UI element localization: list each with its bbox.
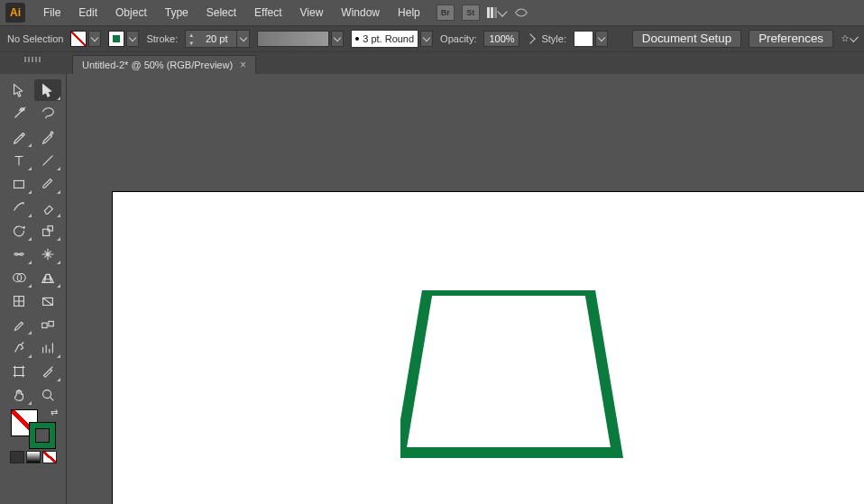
svg-rect-9 (48, 321, 52, 325)
fill-swatch-icon (70, 31, 87, 47)
stroke-swatch-icon (108, 31, 124, 47)
rectangle-tool[interactable] (5, 173, 32, 195)
stroke-weight-label: Stroke: (146, 33, 178, 44)
svg-rect-2 (42, 229, 49, 235)
arrange-documents-button[interactable] (487, 7, 506, 18)
color-mode-row (10, 451, 57, 463)
stroke-dropdown[interactable] (126, 31, 139, 47)
menu-object[interactable]: Object (106, 0, 156, 25)
menu-file[interactable]: File (34, 0, 69, 25)
shape-builder-tool[interactable] (5, 267, 32, 289)
stroke-weight-stepper[interactable]: ▲▼ (185, 30, 250, 48)
document-tab-title: Untitled-2* @ 50% (RGB/Preview) (82, 60, 233, 70)
document-setup-button[interactable]: Document Setup (632, 30, 741, 48)
eraser-tool[interactable] (34, 197, 61, 218)
curvature-tool[interactable] (34, 126, 61, 148)
opacity-field[interactable] (483, 31, 519, 47)
opacity-input[interactable] (483, 31, 519, 47)
blend-tool[interactable] (34, 314, 61, 335)
stroke-indicator-icon[interactable] (29, 422, 56, 449)
paintbrush-tool[interactable] (34, 173, 61, 195)
shaper-tool[interactable] (5, 197, 32, 218)
column-graph-tool[interactable] (34, 337, 61, 359)
svg-point-0 (51, 132, 53, 134)
brush-definition-field: 3 pt. Round (351, 30, 418, 48)
menu-window[interactable]: Window (332, 0, 389, 25)
fill-dropdown[interactable] (88, 31, 101, 47)
free-transform-tool[interactable] (34, 243, 61, 265)
perspective-grid-tool[interactable] (34, 267, 61, 289)
svg-rect-8 (41, 323, 46, 327)
scale-tool[interactable] (34, 220, 61, 242)
menu-view[interactable]: View (291, 0, 333, 25)
symbol-sprayer-tool[interactable] (5, 337, 32, 359)
slice-tool[interactable] (34, 361, 61, 382)
fill-swatch-group[interactable] (70, 31, 101, 47)
control-bar-flyout[interactable] (841, 31, 857, 47)
bridge-launch-button[interactable]: Br (437, 5, 455, 21)
stroke-weight-input[interactable] (197, 31, 236, 47)
color-mode-gradient-icon[interactable] (26, 451, 41, 463)
mesh-tool[interactable] (5, 290, 32, 312)
brush-definition[interactable]: 3 pt. Round (351, 30, 433, 48)
document-tab[interactable]: Untitled-2* @ 50% (RGB/Preview) × (72, 55, 256, 74)
stroke-swatch-group[interactable] (108, 31, 139, 47)
line-segment-tool[interactable] (34, 150, 61, 171)
direct-selection-tool[interactable] (34, 79, 61, 101)
menu-type[interactable]: Type (156, 0, 198, 25)
chevron-down-icon (497, 6, 507, 16)
menu-help[interactable]: Help (389, 0, 429, 25)
menu-effect[interactable]: Effect (245, 0, 290, 25)
trapezoid-shape[interactable] (400, 290, 626, 466)
document-tab-bar: Untitled-2* @ 50% (RGB/Preview) × (0, 52, 864, 74)
svg-rect-1 (14, 180, 23, 188)
width-profile-preview-icon (257, 31, 329, 47)
graphic-style[interactable] (574, 31, 608, 47)
gpu-performance-icon[interactable] (513, 5, 529, 21)
svg-rect-3 (48, 226, 52, 231)
variable-width-profile[interactable] (257, 31, 344, 47)
opacity-flyout-icon[interactable] (526, 33, 536, 43)
stock-launch-button[interactable]: St (462, 5, 480, 21)
menu-select[interactable]: Select (198, 0, 245, 25)
menu-edit[interactable]: Edit (69, 0, 106, 25)
app-logo: Ai (5, 3, 25, 23)
type-tool[interactable] (5, 150, 32, 171)
selection-tool[interactable] (5, 79, 32, 101)
lasso-tool[interactable] (34, 103, 61, 124)
svg-point-11 (42, 390, 51, 399)
close-icon[interactable]: × (240, 59, 246, 71)
graphic-style-label: Style: (541, 33, 566, 44)
trapezoid-path (400, 290, 617, 453)
color-mode-none-icon[interactable] (42, 451, 57, 463)
eyedropper-tool[interactable] (5, 314, 32, 335)
fill-stroke-indicator[interactable]: ⇄ (11, 409, 56, 449)
brush-definition-label: 3 pt. Round (363, 33, 414, 44)
width-profile-dropdown[interactable] (331, 31, 344, 47)
graphic-style-dropdown[interactable] (595, 31, 608, 47)
canvas[interactable] (67, 74, 864, 504)
control-bar: No Selection Stroke: ▲▼ 3 pt. Round Opac… (0, 25, 864, 52)
menu-bar: Ai File Edit Object Type Select Effect V… (0, 0, 864, 25)
zoom-tool[interactable] (34, 384, 61, 406)
workspace: ⇄ (0, 74, 864, 504)
gradient-tool[interactable] (34, 290, 61, 312)
selection-status-label: No Selection (7, 33, 63, 44)
preferences-button[interactable]: Preferences (749, 30, 833, 48)
svg-rect-10 (14, 368, 23, 376)
graphic-style-swatch-icon (574, 31, 593, 47)
stroke-weight-dropdown[interactable] (236, 31, 249, 47)
opacity-label: Opacity: (440, 33, 476, 44)
brush-tip-icon (355, 37, 359, 41)
width-tool[interactable] (5, 243, 32, 265)
artboard-tool[interactable] (5, 361, 32, 382)
rotate-tool[interactable] (5, 220, 32, 242)
magic-wand-tool[interactable] (5, 103, 32, 124)
pen-tool[interactable] (5, 126, 32, 148)
hand-tool[interactable] (5, 384, 32, 406)
panel-grip-icon[interactable] (5, 54, 60, 65)
color-mode-solid-icon[interactable] (10, 451, 24, 463)
toolbox: ⇄ (0, 74, 67, 504)
brush-definition-dropdown[interactable] (420, 31, 433, 47)
swap-fill-stroke-icon[interactable]: ⇄ (51, 408, 58, 417)
